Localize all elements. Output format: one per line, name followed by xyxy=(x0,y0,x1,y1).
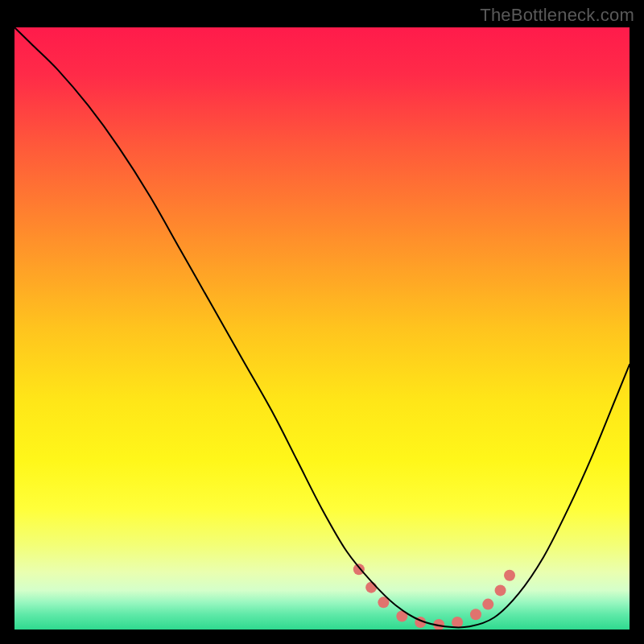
chart-frame: TheBottleneck.com xyxy=(0,0,644,644)
gradient-background xyxy=(14,27,630,630)
chart-svg xyxy=(14,27,630,630)
marker-dot xyxy=(470,609,481,620)
bottleneck-chart xyxy=(14,27,630,630)
marker-dot xyxy=(482,599,493,610)
attribution-label: TheBottleneck.com xyxy=(480,5,634,26)
marker-dot xyxy=(452,617,463,628)
marker-dot xyxy=(495,584,506,596)
marker-dot xyxy=(353,564,365,575)
marker-dot xyxy=(504,570,515,581)
marker-dot xyxy=(365,582,377,593)
